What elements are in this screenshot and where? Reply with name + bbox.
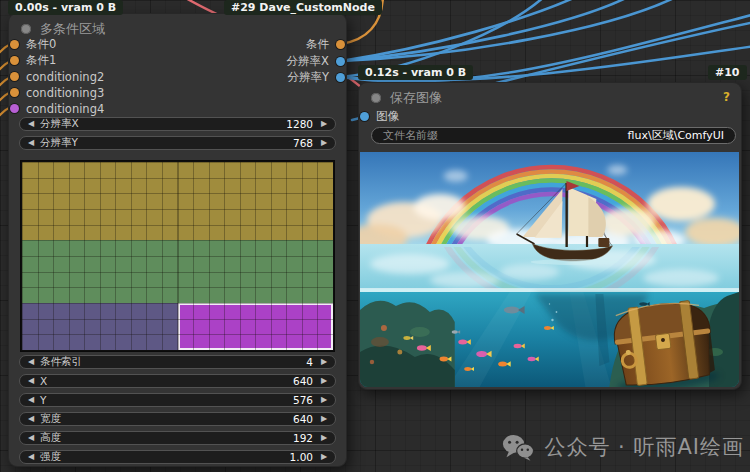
output-slot-resolution-y[interactable]: 分辨率Y: [287, 70, 345, 85]
input-label: conditioning4: [26, 102, 104, 116]
output-port-icon[interactable]: [336, 73, 345, 82]
stepper-right-icon[interactable]: ▶: [318, 356, 330, 368]
watermark: 公众号 · 听雨AI绘画: [502, 433, 744, 461]
node-graph-canvas[interactable]: 0.00s - vram 0 B #29 Dave_CustomNode 0.1…: [0, 0, 750, 472]
widget-value: 192: [293, 432, 313, 444]
widget-label: 高度: [40, 431, 61, 445]
custom-node-ref-badge: #29 Dave_CustomNode: [224, 0, 382, 15]
node-header: 多条件区域: [21, 20, 334, 38]
stepper-left-icon[interactable]: ◀: [25, 356, 37, 368]
region-rect-selected[interactable]: [178, 303, 334, 350]
collapse-dot-icon[interactable]: [371, 93, 381, 103]
stepper-right-icon[interactable]: ▶: [318, 394, 330, 406]
input-port-icon[interactable]: [360, 112, 369, 121]
output-label: 条件: [306, 37, 329, 52]
input-slot-conditioning4[interactable]: conditioning4: [10, 101, 104, 116]
input-slot-image[interactable]: 图像: [360, 109, 399, 124]
widget-label: X: [40, 375, 47, 387]
input-port-icon[interactable]: [10, 56, 19, 65]
widget-value: 640: [293, 375, 313, 387]
exec-time-badge-left: 0.00s - vram 0 B: [8, 0, 123, 15]
widget-height[interactable]: ◀ 高度 192 ▶: [19, 431, 336, 445]
input-slot-cond0[interactable]: 条件0: [10, 37, 56, 52]
input-port-icon[interactable]: [10, 104, 19, 113]
input-port-icon[interactable]: [10, 72, 19, 81]
region-preview-frame: [20, 160, 335, 352]
widget-value: 4: [306, 356, 313, 368]
output-label: 分辨率Y: [287, 70, 329, 85]
help-icon[interactable]: ?: [723, 90, 730, 104]
stepper-right-icon[interactable]: ▶: [318, 375, 330, 387]
input-label: conditioning2: [26, 70, 104, 84]
widget-value: 768: [293, 137, 313, 149]
widget-width[interactable]: ◀ 宽度 640 ▶: [19, 412, 336, 426]
stepper-left-icon[interactable]: ◀: [25, 451, 37, 463]
output-slot-conditioning[interactable]: 条件: [306, 37, 345, 52]
widget-value: 576: [293, 394, 313, 406]
widget-resolution-x[interactable]: ◀ 分辨率X 1280 ▶: [19, 117, 336, 131]
collapse-dot-icon[interactable]: [21, 24, 31, 34]
input-slot-conditioning2[interactable]: conditioning2: [10, 69, 104, 84]
stepper-left-icon[interactable]: ◀: [25, 375, 37, 387]
widget-label: 分辨率X: [40, 117, 79, 131]
widget-x[interactable]: ◀ X 640 ▶: [19, 374, 336, 388]
widget-value: 1.00: [290, 451, 313, 463]
widget-value: 1280: [286, 118, 313, 130]
output-port-icon[interactable]: [336, 40, 345, 49]
stepper-right-icon[interactable]: ▶: [318, 451, 330, 463]
stepper-left-icon[interactable]: ◀: [25, 394, 37, 406]
input-label: conditioning3: [26, 86, 104, 100]
widget-filename-prefix[interactable]: 文件名前缀 flux\区域\ComfyUI: [371, 127, 736, 144]
stepper-right-icon[interactable]: ▶: [318, 118, 330, 130]
input-slot-conditioning3[interactable]: conditioning3: [10, 85, 104, 100]
widget-value: flux\区域\ComfyUI: [628, 128, 724, 143]
multi-condition-region-node[interactable]: 多条件区域 条件0 条件1 conditioning2 conditioning…: [8, 13, 347, 467]
node-header: 保存图像: [371, 89, 729, 107]
wechat-icon: [502, 434, 534, 461]
stepper-left-icon[interactable]: ◀: [25, 413, 37, 425]
node-title: 保存图像: [390, 89, 442, 107]
stepper-left-icon[interactable]: ◀: [25, 137, 37, 149]
region-preview-canvas[interactable]: [22, 162, 333, 350]
preview-scene: [360, 152, 739, 387]
stepper-right-icon[interactable]: ▶: [318, 137, 330, 149]
input-slot-cond1[interactable]: 条件1: [10, 53, 56, 68]
node-title: 多条件区域: [40, 20, 105, 38]
output-port-icon[interactable]: [336, 57, 345, 66]
widget-y[interactable]: ◀ Y 576 ▶: [19, 393, 336, 407]
input-port-icon[interactable]: [10, 40, 19, 49]
widget-label: 文件名前缀: [383, 128, 438, 143]
node-id-badge: #10: [708, 65, 747, 80]
input-label: 条件0: [26, 37, 56, 52]
widget-label: 宽度: [40, 412, 61, 426]
stepper-right-icon[interactable]: ▶: [318, 432, 330, 444]
widget-label: 条件索引: [40, 355, 82, 369]
widget-label: 分辨率Y: [40, 136, 78, 150]
exec-time-badge-right: 0.12s - vram 0 B: [358, 65, 473, 80]
region-rect[interactable]: [22, 162, 333, 240]
widget-label: 强度: [40, 450, 61, 464]
image-preview[interactable]: [360, 152, 739, 387]
widget-condition-index[interactable]: ◀ 条件索引 4 ▶: [19, 355, 336, 369]
save-image-node[interactable]: 保存图像 ? 图像 文件名前缀 flux\区域\ComfyUI: [358, 82, 742, 390]
widget-value: 640: [293, 413, 313, 425]
input-port-icon[interactable]: [10, 88, 19, 97]
output-slot-resolution-x[interactable]: 分辨率X: [287, 54, 345, 69]
input-label: 图像: [376, 109, 399, 124]
widget-strength[interactable]: ◀ 强度 1.00 ▶: [19, 450, 336, 464]
stepper-right-icon[interactable]: ▶: [318, 413, 330, 425]
region-rect[interactable]: [22, 240, 333, 303]
widget-label: Y: [40, 394, 46, 406]
watermark-text: 公众号 · 听雨AI绘画: [544, 433, 744, 461]
output-label: 分辨率X: [287, 54, 329, 69]
stepper-left-icon[interactable]: ◀: [25, 118, 37, 130]
widget-resolution-y[interactable]: ◀ 分辨率Y 768 ▶: [19, 136, 336, 150]
stepper-left-icon[interactable]: ◀: [25, 432, 37, 444]
input-label: 条件1: [26, 53, 56, 68]
